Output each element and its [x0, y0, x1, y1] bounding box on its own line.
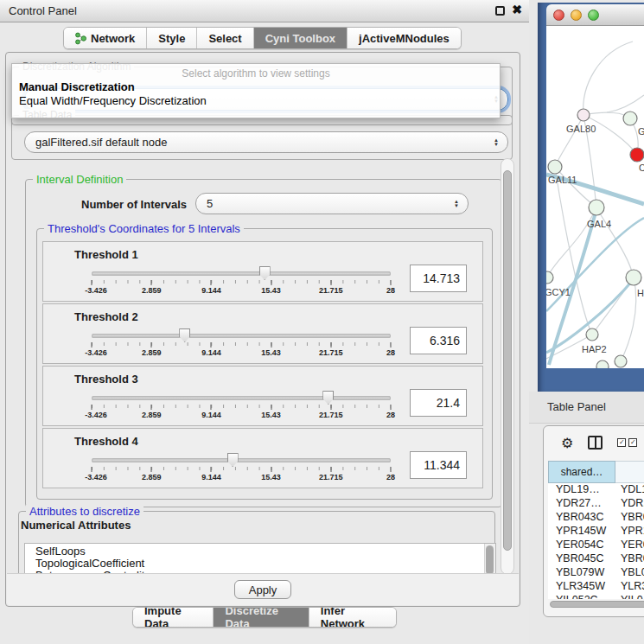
tab-select[interactable]: Select: [197, 28, 253, 48]
table-row[interactable]: YDR27… YDR2: [548, 497, 644, 511]
node-gal80[interactable]: [577, 109, 590, 121]
threshold-value-field[interactable]: 6.316: [410, 327, 467, 354]
node-g[interactable]: [623, 112, 637, 125]
network-canvas[interactable]: GAL80 G C GAL11 GAL4 GCY1 H HAP2: [546, 26, 644, 368]
slider-track[interactable]: [92, 396, 391, 400]
threshold-label: Threshold 3: [74, 373, 138, 386]
numerical-attributes-list[interactable]: SelfLoops TopologicalCoefficient Between…: [24, 543, 496, 575]
table-data-group: Table Data galFiltered.sif default node …: [11, 115, 513, 160]
slider-track[interactable]: [92, 271, 391, 276]
zoom-traffic-light[interactable]: [588, 10, 599, 21]
network-view-window: GAL80 G C GAL11 GAL4 GCY1 H HAP2: [538, 3, 644, 392]
slider-handle[interactable]: [179, 328, 190, 342]
dropdown-item-equal-width[interactable]: Equal Width/Frequency Discretization: [12, 93, 500, 107]
node-label: GCY1: [546, 287, 571, 297]
tab-label: Discretize Data: [225, 607, 296, 628]
tab-style[interactable]: Style: [147, 28, 197, 48]
threshold-slider[interactable]: -3.426 2.859 9.144 15.43 21.715 28: [92, 268, 391, 299]
settings-scrollview: Interval Definition Number of Intervals …: [11, 158, 501, 575]
spinner-icon: ▲▼: [494, 138, 499, 147]
node-label: HAP2: [582, 344, 607, 354]
float-window-icon[interactable]: [495, 6, 505, 16]
table-row[interactable]: YLR345W YLR3: [548, 580, 644, 594]
node-gcy1[interactable]: [546, 271, 553, 284]
list-item[interactable]: SelfLoops: [25, 544, 495, 556]
node-label: GAL80: [566, 124, 596, 134]
node-gal4[interactable]: [589, 200, 604, 215]
node-red[interactable]: [630, 148, 644, 162]
node-gal11[interactable]: [548, 160, 562, 174]
column-header-shared-name[interactable]: shared…: [548, 461, 615, 483]
slider-ticks: [92, 405, 391, 410]
slider-handle[interactable]: [227, 453, 239, 467]
settings-scrollbar[interactable]: [501, 158, 514, 575]
threshold-2-panel: Threshold 2 6.316 -3.426: [42, 303, 483, 364]
list-item[interactable]: TopologicalCoefficient: [25, 556, 495, 568]
table-row[interactable]: YBR045C YBR0: [548, 552, 644, 566]
apply-button[interactable]: Apply: [234, 580, 291, 599]
threshold-slider[interactable]: -3.426 2.859 9.144 15.43 21.715 28: [92, 392, 391, 424]
tab-label: Impute Data: [144, 607, 201, 628]
panel-title: Control Panel: [9, 4, 77, 17]
settings-scrollbar-thumb[interactable]: [503, 170, 512, 551]
threshold-3-panel: Threshold 3 21.4 -3.426: [42, 366, 483, 426]
threshold-slider[interactable]: -3.426 2.859 9.144 15.43 21.715 28: [92, 455, 391, 486]
table-data-combobox[interactable]: galFiltered.sif default node ▲▼: [24, 131, 508, 153]
node-h[interactable]: [626, 270, 641, 285]
table-row[interactable]: YIL052C YIL0: [548, 594, 644, 599]
close-icon[interactable]: ✖: [512, 3, 522, 16]
node-labels: GAL80 G C GAL11 GAL4 GCY1 H HAP2: [546, 124, 644, 354]
threshold-slider[interactable]: -3.426 2.859 9.144 15.43 21.715 28: [92, 330, 391, 361]
column-header-name[interactable]: n: [615, 461, 644, 483]
threshold-value-field[interactable]: 11.344: [410, 451, 467, 479]
tab-label: Infer Network: [321, 607, 385, 628]
cyni-mode-tabbar: Impute Data Discretize Data Infer Networ…: [132, 607, 397, 628]
node-hap2[interactable]: [586, 328, 598, 341]
attributes-group: Attributes to discretize Numerical Attri…: [18, 511, 495, 575]
threshold-label: Threshold 1: [74, 248, 138, 261]
dropdown-item-manual[interactable]: Manual Discretization: [12, 80, 500, 93]
tab-discretize-data[interactable]: Discretize Data: [214, 608, 309, 627]
tab-infer-network[interactable]: Infer Network: [309, 608, 396, 627]
threshold-label: Threshold 4: [74, 435, 138, 448]
slider-track[interactable]: [92, 458, 391, 462]
close-traffic-light[interactable]: [553, 10, 564, 21]
control-panel-titlebar: Control Panel ✖: [0, 0, 529, 22]
table-scrollbar-thumb[interactable]: [550, 601, 644, 608]
slider-handle[interactable]: [322, 391, 334, 405]
table-row[interactable]: YDL19… YDL1: [548, 483, 644, 497]
tab-jactivemnodules[interactable]: jActiveMNodules: [348, 28, 461, 48]
threshold-value-field[interactable]: 14.713: [410, 265, 467, 292]
minimize-traffic-light[interactable]: [571, 10, 582, 21]
node-partial[interactable]: [615, 355, 627, 367]
list-scrollbar[interactable]: [484, 544, 495, 575]
slider-handle[interactable]: [259, 266, 271, 280]
table-horizontal-scrollbar[interactable]: [548, 601, 644, 609]
threshold-value-field[interactable]: 21.4: [410, 389, 467, 417]
tab-network[interactable]: Network: [64, 28, 147, 48]
node-label: GAL4: [587, 219, 611, 229]
tab-label: Style: [158, 32, 185, 45]
slider-tick-labels: -3.426 2.859 9.144 15.43 21.715 28: [92, 473, 391, 483]
checked-checkbox-icon[interactable]: ✓: [617, 438, 626, 447]
slider-track[interactable]: [92, 334, 391, 338]
node-partial[interactable]: [596, 360, 609, 368]
dropdown-prompt: Select algorithm to view settings: [12, 67, 500, 80]
tab-cyni-toolbox[interactable]: Cyni Toolbox: [254, 28, 348, 48]
numerical-attributes-label: Numerical Attributes: [21, 519, 131, 532]
number-of-intervals-label: Number of Intervals: [81, 198, 187, 211]
tab-label: Select: [208, 32, 241, 45]
list-scrollbar-thumb[interactable]: [486, 545, 494, 575]
number-of-intervals-combobox[interactable]: 5 ▲▼: [195, 193, 469, 214]
combo-value: galFiltered.sif default node: [35, 136, 167, 149]
table-row[interactable]: YBL079W YBL0: [548, 566, 644, 580]
table-row[interactable]: YPR145W YPR1: [548, 525, 644, 539]
checked-checkbox-icon[interactable]: ✓: [628, 438, 637, 447]
node-label: H: [637, 288, 644, 298]
table-row[interactable]: YER054C YER0: [548, 539, 644, 552]
columns-icon[interactable]: [588, 436, 603, 450]
algorithm-dropdown-popup: Select algorithm to view settings Manual…: [11, 63, 501, 118]
gear-icon[interactable]: ⚙: [561, 435, 573, 451]
table-row[interactable]: YBR043C YBR0: [548, 511, 644, 525]
tab-impute-data[interactable]: Impute Data: [133, 608, 214, 627]
